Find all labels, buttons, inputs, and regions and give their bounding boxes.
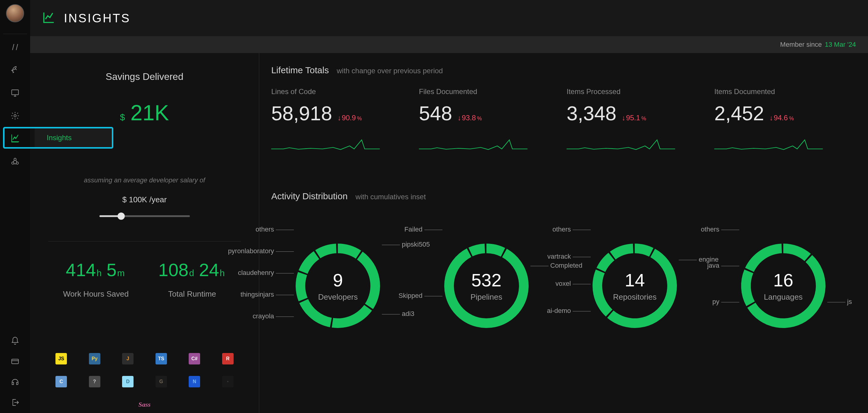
unit: m xyxy=(117,268,125,278)
donut-value: 16 xyxy=(764,270,803,291)
value: 414 xyxy=(66,260,96,280)
donut-value: 14 xyxy=(613,270,657,291)
total-label: Files Documented xyxy=(419,87,555,96)
donut-leader: crayola xyxy=(253,312,296,320)
section-subtitle: with cumulatives inset xyxy=(355,193,426,201)
language-tile: Sass xyxy=(138,399,150,410)
donut-leader: others xyxy=(255,226,296,233)
stat-label: Total Runtime xyxy=(158,289,226,299)
donut-leader: js xyxy=(826,298,852,306)
donut-row: 9Developersotherspyronlaboratoryclaudehe… xyxy=(271,213,850,358)
logout-icon[interactable] xyxy=(10,398,20,407)
language-tile: J xyxy=(122,353,133,364)
slashes-icon[interactable] xyxy=(10,42,20,52)
donut-leader: others xyxy=(553,226,592,233)
donut-leader: java xyxy=(707,262,741,269)
divider xyxy=(48,241,241,241)
totals-row: Lines of Code58,918↓90.9%Files Documente… xyxy=(271,87,850,155)
lifetime-header: Lifetime Totals with change over previou… xyxy=(271,65,850,76)
total-change: ↓95.1% xyxy=(622,114,646,122)
donut-value: 9 xyxy=(318,270,358,291)
donut-center: 16Languages xyxy=(764,270,803,302)
svg-rect-5 xyxy=(12,359,19,364)
donut-leader: Failed xyxy=(404,226,444,233)
salary-value: $ 100K /year xyxy=(48,195,241,204)
rocket-icon[interactable] xyxy=(10,65,20,75)
savings-amount: $ 21K xyxy=(48,100,241,125)
savings-panel: Savings Delivered $ 21K assuming an aver… xyxy=(30,53,259,413)
work-hours-stat: 414h 5m Work Hours Saved xyxy=(63,260,129,299)
salary-slider[interactable] xyxy=(99,215,190,217)
section-title: Lifetime Totals xyxy=(271,65,329,76)
section-subtitle: with change over previous period xyxy=(337,67,443,75)
unit: d xyxy=(189,268,194,278)
language-tile: C xyxy=(56,376,67,387)
webhook-icon[interactable] xyxy=(10,157,20,166)
activity-header: Activity Distribution with cumulatives i… xyxy=(271,191,850,201)
nav-rail xyxy=(0,0,30,413)
donut-center: 14Repositories xyxy=(613,270,657,302)
svg-point-1 xyxy=(14,115,16,117)
bell-icon[interactable] xyxy=(10,336,20,346)
language-grid: JSPyJTSC#RC?DGN•Sass xyxy=(48,353,241,410)
nav-active-highlight: Insights xyxy=(3,127,113,149)
donut-label: Languages xyxy=(764,292,803,302)
sparkline xyxy=(567,137,702,155)
section-title: Activity Distribution xyxy=(271,191,347,201)
total-card: Lines of Code58,918↓90.9% xyxy=(271,87,407,155)
donut-card: 532PipelinesFailedSkippedCompleted xyxy=(420,213,553,358)
total-card: Files Documented548↓93.8% xyxy=(419,87,555,155)
insights-icon xyxy=(10,133,20,144)
total-card: Items Documented2,452↓94.6% xyxy=(714,87,850,155)
total-value: 3,348 xyxy=(567,102,616,125)
donut-center: 532Pipelines xyxy=(470,270,502,302)
donut-card: 16Languagesothersjavapyjs xyxy=(717,213,850,358)
member-since-date: 13 Mar '24 xyxy=(825,41,856,49)
slider-knob[interactable] xyxy=(118,212,125,220)
runtime-stat: 108d 24h Total Runtime xyxy=(158,260,226,299)
total-label: Items Processed xyxy=(567,87,702,96)
total-label: Items Documented xyxy=(714,87,850,96)
language-tile: TS xyxy=(156,353,167,364)
donut-leader: claudehenry xyxy=(238,269,296,277)
value: 5 xyxy=(106,260,116,280)
page-title: INSIGHTS xyxy=(64,11,130,25)
arrow-down-icon: ↓ xyxy=(458,114,461,122)
card-icon[interactable] xyxy=(10,357,20,366)
headset-icon[interactable] xyxy=(10,377,20,386)
total-change: ↓90.9% xyxy=(338,114,362,122)
avatar[interactable] xyxy=(6,4,24,22)
stat-label: Work Hours Saved xyxy=(63,289,129,299)
language-tile: R xyxy=(222,353,234,364)
total-value: 58,918 xyxy=(271,102,332,125)
donut-leader: ai-demo xyxy=(547,307,592,315)
divider xyxy=(3,34,27,34)
svg-rect-0 xyxy=(12,90,19,95)
arrow-down-icon: ↓ xyxy=(338,114,341,122)
sparkline xyxy=(271,137,407,155)
desktop-icon[interactable] xyxy=(10,88,20,97)
language-tile: N xyxy=(189,376,200,387)
currency-symbol: $ xyxy=(120,112,125,122)
gear-icon[interactable] xyxy=(10,111,20,120)
language-tile: • xyxy=(222,376,234,387)
total-change: ↓94.6% xyxy=(770,114,794,122)
main-content: Savings Delivered $ 21K assuming an aver… xyxy=(30,53,868,413)
donut-leader: thingsinjars xyxy=(241,291,296,298)
savings-note: assuming an average developer salary of xyxy=(48,176,241,184)
donut-leader: vartrack xyxy=(547,253,592,261)
language-tile: JS xyxy=(56,353,67,364)
metrics-panel: Lifetime Totals with change over previou… xyxy=(259,53,868,413)
total-value: 2,452 xyxy=(714,102,764,125)
total-value: 548 xyxy=(419,102,452,125)
language-tile: G xyxy=(156,376,167,387)
savings-value: 21K xyxy=(130,100,169,125)
nav-active-label[interactable]: Insights xyxy=(47,134,72,142)
donut-leader: pyronlaboratory xyxy=(228,247,296,255)
stats-row: 414h 5m Work Hours Saved 108d 24h Total … xyxy=(48,260,241,299)
donut-label: Pipelines xyxy=(470,292,502,302)
donut-leader: py xyxy=(712,298,741,306)
unit: h xyxy=(96,268,101,278)
donut-leader: adi3 xyxy=(380,310,414,318)
donut-leader: voxel xyxy=(555,280,592,288)
